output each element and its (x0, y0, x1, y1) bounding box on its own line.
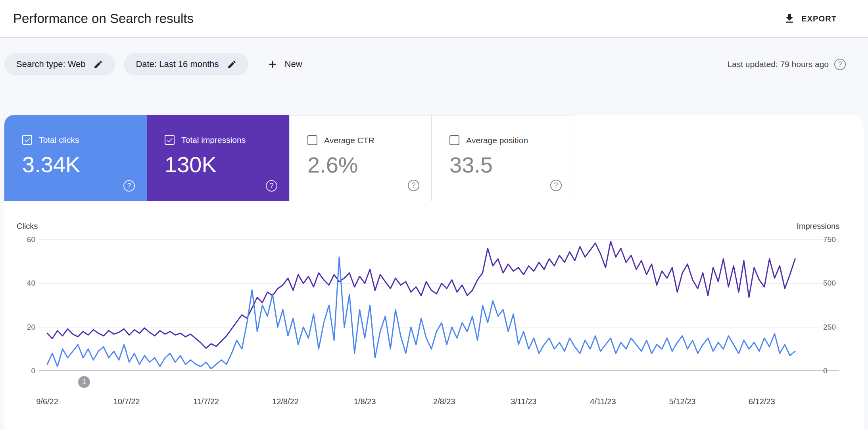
date-range-chip[interactable]: Date: Last 16 months (124, 53, 248, 75)
x-axis-tick-label: 1/8/23 (325, 397, 405, 406)
metric-value: 130K (165, 153, 289, 177)
search-type-chip-label: Search type: Web (16, 59, 85, 69)
checkbox-unchecked-icon[interactable] (449, 135, 459, 145)
metric-tile-total-impressions[interactable]: Total impressions 130K ? (147, 115, 289, 201)
right-axis-tick-label: 250 (823, 322, 851, 332)
help-icon[interactable]: ? (834, 59, 846, 70)
x-axis-tick-label: 10/7/22 (87, 397, 166, 406)
metric-label: Total clicks (39, 135, 79, 145)
x-axis-tick-label: 5/12/23 (643, 397, 722, 406)
right-axis-tick-label: 500 (823, 278, 851, 288)
page-header: Performance on Search results EXPORT (0, 0, 868, 38)
edit-icon (227, 60, 237, 69)
chart-annotation-badge[interactable]: 1 (78, 376, 90, 388)
new-filter-label: New (285, 59, 302, 69)
right-axis-tick-label: 750 (823, 235, 851, 244)
check-icon (166, 136, 173, 144)
left-axis-tick-label: 60 (4, 235, 35, 244)
check-icon (24, 136, 31, 144)
chart-canvas (4, 201, 864, 430)
new-filter-button[interactable]: New (264, 58, 305, 71)
plus-icon (267, 58, 278, 70)
performance-chart: Clicks Impressions 0204060 0250500750 9/… (4, 201, 864, 430)
metric-label: Total impressions (181, 135, 246, 145)
x-axis-tick-label: 9/6/22 (8, 397, 87, 406)
metric-label: Average CTR (324, 136, 374, 145)
download-icon (784, 13, 795, 25)
edit-icon (93, 60, 103, 69)
left-axis-tick-label: 20 (4, 322, 35, 332)
clicks-line-series (47, 257, 795, 369)
help-icon[interactable]: ? (123, 180, 135, 192)
metric-tile-average-position[interactable]: Average position 33.5 ? (432, 115, 574, 201)
help-icon[interactable]: ? (408, 180, 419, 191)
last-updated: Last updated: 79 hours ago ? (727, 59, 846, 70)
checkbox-checked-icon[interactable] (165, 135, 175, 145)
metric-value: 33.5 (449, 153, 574, 177)
help-icon[interactable]: ? (266, 180, 277, 192)
right-axis-tick-label: 0 (823, 366, 851, 376)
x-axis-tick-label: 12/8/22 (246, 397, 325, 406)
metric-label: Average position (466, 136, 528, 145)
left-axis-tick-label: 0 (4, 366, 35, 376)
date-range-chip-label: Date: Last 16 months (136, 59, 219, 69)
performance-card: Total clicks 3.34K ? Total impressions 1… (4, 115, 864, 430)
main-content: Search type: Web Date: Last 16 months Ne… (0, 38, 868, 430)
metric-tiles: Total clicks 3.34K ? Total impressions 1… (4, 115, 864, 201)
page-title: Performance on Search results (13, 11, 194, 26)
export-label: EXPORT (801, 14, 837, 23)
metric-tile-average-ctr[interactable]: Average CTR 2.6% ? (289, 115, 432, 201)
x-axis-tick-label: 2/8/23 (405, 397, 484, 406)
x-axis-tick-label: 11/7/22 (166, 397, 246, 406)
left-axis-tick-label: 40 (4, 278, 35, 288)
last-updated-text: Last updated: 79 hours ago (727, 60, 829, 69)
checkbox-unchecked-icon[interactable] (307, 135, 317, 145)
impressions-line-series (47, 241, 795, 348)
help-icon[interactable]: ? (550, 180, 562, 191)
x-axis-tick-label: 4/11/23 (563, 397, 643, 406)
search-type-chip[interactable]: Search type: Web (4, 53, 115, 75)
metric-value: 3.34K (22, 153, 147, 177)
metric-value: 2.6% (307, 153, 431, 177)
x-axis-tick-label: 6/12/23 (722, 397, 801, 406)
metric-tile-total-clicks[interactable]: Total clicks 3.34K ? (4, 115, 147, 201)
x-axis-tick-label: 3/11/23 (484, 397, 563, 406)
filter-bar: Search type: Web Date: Last 16 months Ne… (0, 38, 868, 75)
export-button[interactable]: EXPORT (781, 12, 839, 25)
checkbox-checked-icon[interactable] (22, 135, 32, 145)
